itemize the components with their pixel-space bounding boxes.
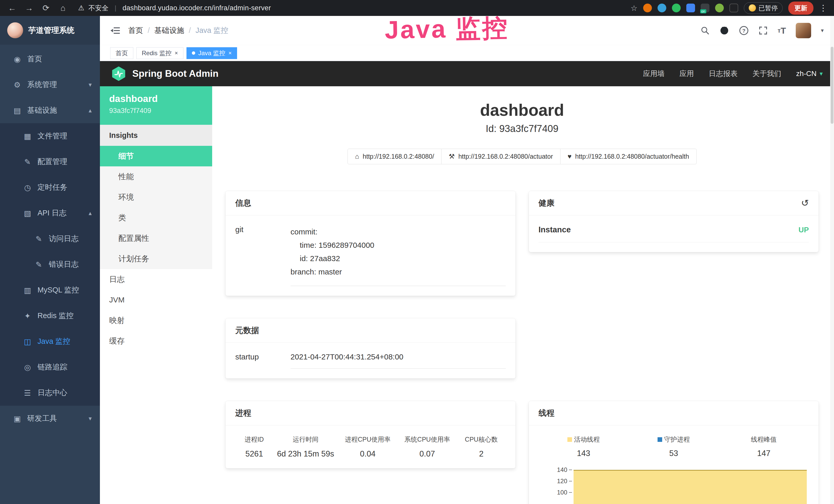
scrollbar-thumb[interactable] (831, 47, 833, 124)
update-button[interactable]: 更新 (788, 2, 813, 15)
search-icon[interactable] (700, 26, 710, 35)
breadcrumb-infrastructure[interactable]: 基础设施 (154, 25, 195, 36)
sidebar-item-log-center[interactable]: ☰ 日志中心 (0, 380, 100, 406)
sidebar-item-redis-monitor[interactable]: ✦ Redis 监控 (0, 303, 100, 329)
sidebar-item-label: 配置管理 (38, 157, 67, 167)
home-icon[interactable]: ⌂ (58, 3, 68, 13)
process-header-uptime: 运行时间 (273, 435, 338, 444)
close-icon[interactable]: × (175, 50, 178, 56)
github-icon[interactable] (720, 26, 729, 36)
sba-menu-mappings[interactable]: 映射 (100, 310, 212, 331)
threads-card-title: 线程 (539, 408, 554, 418)
fullscreen-icon[interactable] (759, 26, 768, 35)
extension-icon-2[interactable] (658, 4, 666, 12)
instance-link-label: http://192.168.0.2:48080/actuator (458, 153, 553, 160)
sba-nav-about[interactable]: 关于我们 (752, 69, 781, 78)
sidebar-item-label: 基础设施 (27, 105, 57, 116)
file-icon: ▦ (22, 132, 34, 141)
reload-icon[interactable]: ⟳ (41, 3, 51, 13)
info-value-block: commit: time: 1596289704000 id: 27aa832 … (290, 225, 506, 286)
extension-icon-5[interactable]: on (701, 4, 709, 12)
tab-home[interactable]: 首页 (110, 47, 133, 59)
sba-brand[interactable]: Spring Boot Admin (111, 66, 219, 81)
sidebar-item-java-monitor[interactable]: ◫ Java 监控 (0, 329, 100, 354)
error-log-icon: ✎ (33, 260, 45, 269)
address-bar[interactable]: ⚠ 不安全 | dashboard.yudao.iocoder.cn/infra… (78, 4, 624, 13)
sidebar-item-infrastructure[interactable]: ▤ 基础设施 ▴ (0, 97, 100, 123)
user-avatar[interactable] (796, 23, 811, 38)
instance-link-label: http://192.168.0.2:48080/actuator/health (575, 153, 689, 160)
sidebar-item-tracing[interactable]: ◎ 链路追踪 (0, 354, 100, 380)
sba-menu-scheduled-tasks[interactable]: 计划任务 (100, 249, 212, 269)
sidebar-fold-icon[interactable] (110, 26, 120, 35)
app-logo[interactable]: 芋道管理系统 (0, 16, 100, 45)
sidebar-item-home[interactable]: ◉ 首页 (0, 46, 100, 72)
sidebar-item-api-logs[interactable]: ▧ API 日志 ▴ (0, 200, 100, 226)
user-caret-icon[interactable]: ▾ (821, 27, 824, 34)
breadcrumb: 首页 基础设施 Java 监控 (128, 25, 228, 36)
close-icon[interactable]: × (228, 50, 232, 56)
font-size-icon[interactable]: тT (777, 26, 786, 36)
address-separator: | (114, 4, 116, 12)
sba-menu-caches[interactable]: 缓存 (100, 331, 212, 351)
sidebar-item-config-management[interactable]: ✎ 配置管理 (0, 149, 100, 175)
url-text: dashboard.yudao.iocoder.cn/infra/admin-s… (123, 4, 271, 12)
sba-menu-classes[interactable]: 类 (100, 207, 212, 228)
app-header: 首页 基础设施 Java 监控 ? тT ▾ (100, 16, 834, 45)
extension-icon-3[interactable] (672, 4, 681, 12)
sidebar-item-system-management[interactable]: ⚙ 系统管理 ▾ (0, 72, 100, 97)
instance-link-actuator[interactable]: ⚒ http://192.168.0.2:48080/actuator (441, 148, 561, 164)
sidebar-item-file-management[interactable]: ▦ 文件管理 (0, 123, 100, 149)
dashboard-icon: ◉ (11, 55, 23, 64)
sba-locale-select[interactable]: zh-CN ▾ (796, 70, 823, 78)
instance-link-health[interactable]: ♥ http://192.168.0.2:48080/actuator/heal… (561, 148, 697, 164)
infrastructure-icon: ▤ (11, 106, 23, 115)
sba-nav-wallboard[interactable]: 应用墙 (643, 69, 665, 78)
sidebar-item-dev-tools[interactable]: ▣ 研发工具 ▾ (0, 406, 100, 431)
redis-icon: ✦ (22, 312, 34, 320)
dev-tools-icon: ▣ (11, 414, 23, 423)
paused-badge[interactable]: 已暂停 (744, 2, 783, 14)
not-secure-warning-icon: ⚠ (78, 4, 84, 12)
sba-menu-environment[interactable]: 环境 (100, 187, 212, 207)
browser-menu-icon[interactable]: ⋮ (819, 3, 827, 13)
sba-menu-logs[interactable]: 日志 (100, 269, 212, 290)
sidebar-item-mysql-monitor[interactable]: ▥ MySQL 监控 (0, 277, 100, 303)
sidebar-item-label: Redis 监控 (38, 311, 73, 321)
tab-java-monitor[interactable]: Java 监控 × (186, 47, 237, 59)
sba-nav-applications[interactable]: 应用 (680, 69, 694, 78)
info-card-title: 信息 (235, 198, 251, 208)
breadcrumb-home[interactable]: 首页 (128, 25, 154, 36)
process-value-pid: 5261 (235, 449, 273, 459)
tab-label: 首页 (115, 49, 128, 57)
instance-links: ⌂ http://192.168.0.2:48080/ ⚒ http://192… (225, 148, 818, 164)
sba-instance-header[interactable]: dashboard 93a3fc7f7409 (100, 86, 212, 125)
history-icon[interactable]: ↺ (801, 198, 809, 208)
sba-nav-journal[interactable]: 日志报表 (709, 69, 738, 78)
sba-menu-jvm[interactable]: JVM (100, 290, 212, 310)
help-icon[interactable]: ? (739, 26, 749, 36)
sidebar-item-label: 日志中心 (38, 388, 67, 398)
sba-menu-details[interactable]: 细节 (100, 146, 212, 166)
extension-icon-1[interactable] (643, 4, 652, 12)
page-scrollbar[interactable] (830, 16, 834, 504)
extension-icon-4[interactable] (686, 4, 695, 12)
extension-icon-6[interactable] (715, 4, 724, 12)
back-icon[interactable]: ← (7, 3, 18, 13)
sidebar-item-scheduled-tasks[interactable]: ◷ 定时任务 (0, 175, 100, 200)
sba-menu-metrics[interactable]: 性能 (100, 166, 212, 187)
forward-icon[interactable]: → (24, 3, 35, 13)
sidebar-item-error-logs[interactable]: ✎ 错误日志 (0, 252, 100, 277)
sidebar-item-label: MySQL 监控 (38, 285, 79, 295)
process-value-process-cpu: 0.04 (338, 449, 398, 459)
info-time-line: time: 1596289704000 (290, 238, 506, 252)
app-logo-image (7, 22, 23, 38)
process-header-cpus: CPU核心数 (457, 435, 505, 444)
sidebar-item-access-logs[interactable]: ✎ 访问日志 (0, 226, 100, 252)
instance-link-home[interactable]: ⌂ http://192.168.0.2:48080/ (348, 148, 441, 164)
sba-menu-config-props[interactable]: 配置属性 (100, 228, 212, 249)
tab-redis-monitor[interactable]: Redis 监控 × (136, 47, 183, 59)
bookmark-star-icon[interactable]: ☆ (631, 4, 637, 13)
extension-icon-7[interactable] (729, 4, 738, 12)
sba-brand-title: Spring Boot Admin (132, 68, 219, 79)
